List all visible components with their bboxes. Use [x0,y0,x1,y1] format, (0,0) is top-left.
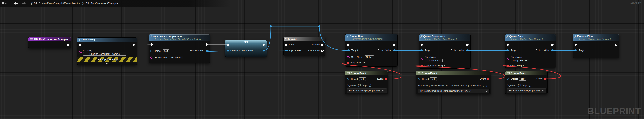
step-name-field[interactable]: Parallel Tasks [425,59,442,62]
string-pin[interactable] [150,56,154,59]
object-pin[interactable] [574,49,578,52]
nav-back-button[interactable] [14,2,18,4]
object-pin[interactable] [551,49,554,52]
expand-advanced-icon[interactable] [106,62,108,64]
node-execute-flow[interactable]: ƒ Execute Flow Target is Control Flows B… [573,34,620,58]
node-set-current-control-flow[interactable]: SET Current Control Flow [225,40,267,57]
exec-in-pin[interactable] [285,43,288,46]
exec-out-pin-unconnected[interactable] [321,49,324,52]
exec-in-pin[interactable] [506,43,510,46]
in-string-field[interactable]: === Running Concurrent Example === [83,52,126,56]
object-pin[interactable] [506,49,510,52]
node-print-string[interactable]: ƒ Print String In String === Running Con… [77,37,137,65]
string-pin[interactable] [79,51,82,54]
exec-out-pin[interactable] [67,43,70,46]
delegate-pin[interactable] [507,65,509,67]
string-pin[interactable] [347,56,350,59]
node-bp-runconcurrentexample[interactable]: BP_RunConcurrentExample [28,37,71,48]
node-queue-concurrent[interactable]: ƒ Queue Concurrent Target is Control Flo… [419,34,471,69]
object-field[interactable]: self [430,77,437,81]
target-field[interactable]: self [162,49,170,53]
node-create-event-2[interactable]: Create Event Object self Event Signature… [416,71,491,95]
exec-out-pin[interactable] [321,43,324,46]
exec-in-pin[interactable] [226,43,230,46]
string-pin[interactable] [506,58,510,60]
zoom-level: Zoom 1:1 [630,1,642,4]
node-queue-step-2[interactable]: ƒ Queue Step Target is Control Flows Blu… [505,34,556,68]
development-only-banner: Development Only [77,57,137,62]
reroute-node[interactable] [270,25,272,27]
node-subtitle: Target is Control Flows Blueprint [425,38,468,40]
signature-text: Signature: (StrProperty) [347,84,371,87]
variable-out-pin[interactable] [262,49,265,52]
step-name-field[interactable]: Setup [364,55,374,59]
breadcrumb-current[interactable]: BP_RunConcurrentExample [86,2,118,5]
node-subtitle: Target is Control Flows Blueprint [511,38,554,40]
exec-in-pin[interactable] [150,43,153,46]
pin-label: Return Value [451,49,465,52]
string-pin[interactable] [420,58,424,60]
bookmark-dropdown-icon[interactable] [5,2,8,4]
graph-title-bar: ƒ BP_ControlFlowsBlueprintExampleActor ❯… [0,0,231,7]
object-pin[interactable] [347,49,350,52]
exec-out-pin[interactable] [551,43,554,46]
nav-forward-button[interactable] [22,2,26,4]
exec-out-pin[interactable] [393,43,396,46]
chevron-down-icon [486,90,488,92]
object-pin[interactable] [393,49,396,52]
step-name-pin-row: Step Name Parallel Tasks [420,56,442,62]
exec-out-pin[interactable] [466,43,469,46]
node-subtitle: Target is Control Flows Blueprint [579,38,617,40]
node-bp-create-example-flow[interactable]: ƒ BP Create Example Flow Target is Contr… [149,34,210,63]
node-title: Create Event [422,72,437,75]
object-field[interactable]: self [519,77,526,81]
return-value-pin-row: Return Value [536,49,554,52]
delegate-out-pin[interactable] [487,78,489,80]
node-title: BP_RunConcurrentExample [34,38,68,41]
is-valid-exec-out-row: Is Valid [312,43,324,46]
exec-in-pin[interactable] [420,43,424,46]
object-pin[interactable] [346,78,350,80]
object-pin[interactable] [226,49,229,52]
step-name-field[interactable]: Merge Results [511,59,529,62]
return-value-pin-row: Return Value [378,49,396,52]
exec-in-pin[interactable] [79,43,82,46]
flow-name-field[interactable]: Concurrent [168,56,183,59]
target-pin-row: Target [506,49,518,52]
node-create-event-3[interactable]: Create Event Object self Event Signature… [505,71,548,94]
object-pin[interactable] [205,49,208,52]
bookmark-icon[interactable] [2,2,4,5]
step-delegate-pin-row: Step Delegate [507,64,525,67]
object-pin[interactable] [418,78,421,80]
object-pin[interactable] [420,49,424,52]
exec-out-pin[interactable] [206,43,208,46]
exec-out-pin-unconnected[interactable] [615,43,618,46]
reroute-node[interactable] [318,25,320,27]
object-pin[interactable] [285,49,288,52]
node-is-valid[interactable]: ? Is Valid Exec Input Object Is Valid Is… [283,37,326,56]
delegate-out-pin[interactable] [544,78,546,80]
breadcrumb-parent[interactable]: BP_ControlFlowsBlueprintExampleActor [34,2,80,5]
node-title: Queue Concurrent [423,35,445,38]
object-field[interactable]: self [359,77,366,81]
object-pin[interactable] [466,49,469,52]
delegate-pin[interactable] [421,65,423,67]
object-pin[interactable] [150,50,154,52]
node-create-event-1[interactable]: Create Event Object self Event Signature… [345,71,388,94]
target-pin-row: Target self [150,49,170,53]
breadcrumb-separator-icon: ❯ [82,2,84,5]
event-binding-dropdown[interactable]: BP_ExampleStep1(StepName) [346,88,387,93]
delegate-pin[interactable] [347,62,349,64]
node-queue-step-1[interactable]: ƒ Queue Step Target is Control Flows Blu… [345,34,398,67]
exec-in-pin[interactable] [574,43,578,46]
delegate-out-pin[interactable] [384,78,387,80]
pin-label: Object [422,78,429,80]
object-pin[interactable] [506,78,510,80]
exec-in-pin[interactable] [347,43,350,46]
function-icon: ƒ [31,2,32,5]
exec-out-pin[interactable] [132,43,136,46]
event-binding-dropdown[interactable]: BP_ExampleStep3(StepName) [507,88,547,93]
exec-out-pin[interactable] [262,43,266,46]
event-binding-dropdown[interactable]: BP_SetupConcurrentExample(ConcurrentFlow… [418,89,490,93]
pin-label: Step Name [511,56,529,59]
